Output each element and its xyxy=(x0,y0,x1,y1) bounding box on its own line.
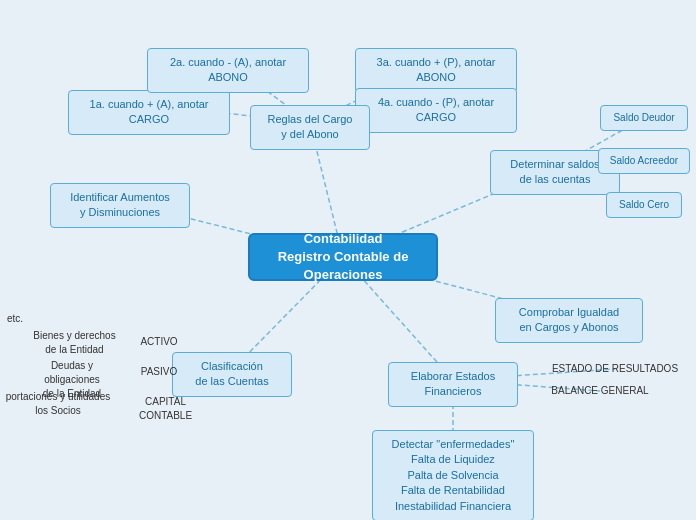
node-n6[interactable]: Identificar Aumentos y Disminuciones xyxy=(50,183,190,228)
node-n16[interactable]: Detectar "enfermedades" Falta de Liquide… xyxy=(372,430,534,520)
node-label-n18: ACTIVO xyxy=(140,335,177,349)
node-label-n9: Saldo Acreedor xyxy=(610,154,678,168)
node-n12[interactable]: Comprobar Igualdad en Cargos y Abonos xyxy=(495,298,643,343)
node-n15[interactable]: BALANCE GENERAL xyxy=(540,380,660,402)
node-n17[interactable]: Bienes y derechos de la Entidad xyxy=(22,327,127,359)
node-label-n3: 3a. cuando + (P), anotar ABONO xyxy=(366,55,506,86)
node-n23[interactable]: etc. xyxy=(0,310,30,328)
node-n8[interactable]: Saldo Deudor xyxy=(600,105,688,131)
node-n2[interactable]: 2a. cuando - (A), anotar ABONO xyxy=(147,48,309,93)
node-label-n1: 1a. cuando + (A), anotar CARGO xyxy=(79,97,219,128)
main-node-label: Contabilidad Registro Contable de Operac… xyxy=(268,230,418,285)
node-n21[interactable]: portaciones y utilidades los Socios xyxy=(0,388,116,420)
node-n10[interactable]: Saldo Cero xyxy=(606,192,682,218)
node-n18[interactable]: ACTIVO xyxy=(134,333,184,351)
node-label-n6: Identificar Aumentos y Disminuciones xyxy=(70,190,170,221)
node-n22[interactable]: CAPITAL CONTABLE xyxy=(118,393,213,425)
node-label-n21: portaciones y utilidades los Socios xyxy=(6,390,111,418)
node-label-n5: Reglas del Cargo y del Abono xyxy=(268,112,353,143)
node-label-n10: Saldo Cero xyxy=(619,198,669,212)
node-n4[interactable]: 4a. cuando - (P), anotar CARGO xyxy=(355,88,517,133)
node-n5[interactable]: Reglas del Cargo y del Abono xyxy=(250,105,370,150)
node-label-n4: 4a. cuando - (P), anotar CARGO xyxy=(366,95,506,126)
node-label-n23: etc. xyxy=(7,312,23,326)
node-label-n15: BALANCE GENERAL xyxy=(551,384,648,398)
node-label-n14: ESTADO DE RESULTADOS xyxy=(552,362,678,376)
node-n11[interactable]: Clasificación de las Cuentas xyxy=(172,352,292,397)
node-label-n13: Elaborar Estados Financieros xyxy=(411,369,495,400)
node-label-n11: Clasificación de las Cuentas xyxy=(195,359,268,390)
node-n9[interactable]: Saldo Acreedor xyxy=(598,148,690,174)
node-label-n2: 2a. cuando - (A), anotar ABONO xyxy=(158,55,298,86)
node-label-n16: Detectar "enfermedades" Falta de Liquide… xyxy=(392,437,515,514)
node-label-n8: Saldo Deudor xyxy=(613,111,674,125)
node-label-n7: Determinar saldos de las cuentas xyxy=(510,157,599,188)
node-n1[interactable]: 1a. cuando + (A), anotar CARGO xyxy=(68,90,230,135)
node-n14[interactable]: ESTADO DE RESULTADOS xyxy=(540,358,690,380)
node-label-n22: CAPITAL CONTABLE xyxy=(122,395,209,423)
node-n3[interactable]: 3a. cuando + (P), anotar ABONO xyxy=(355,48,517,93)
node-label-n12: Comprobar Igualdad en Cargos y Abonos xyxy=(519,305,619,336)
node-n13[interactable]: Elaborar Estados Financieros xyxy=(388,362,518,407)
node-label-n20: PASIVO xyxy=(141,365,178,379)
node-label-n17: Bienes y derechos de la Entidad xyxy=(33,329,115,357)
node-n20[interactable]: PASIVO xyxy=(134,363,184,381)
main-node[interactable]: Contabilidad Registro Contable de Operac… xyxy=(248,233,438,281)
